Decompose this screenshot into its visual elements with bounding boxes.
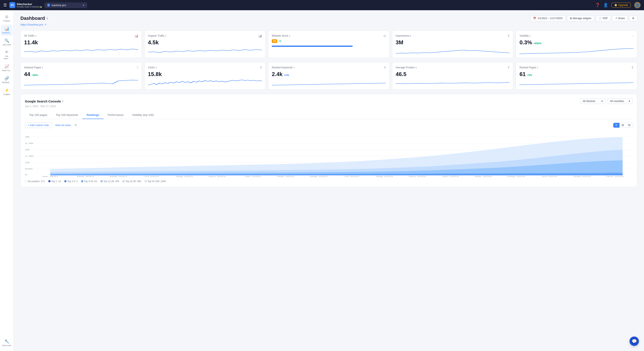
- upgrade-button[interactable]: ⭐ Upgrade: [612, 2, 631, 8]
- metric-impressions: Impressions ℹ ⊽ 3M: [392, 30, 514, 58]
- legend-label-top-1: Top 1: 14: [51, 180, 61, 182]
- all-devices-dropdown[interactable]: All Devices ▾: [580, 98, 606, 104]
- dashboard-icon: 📊: [4, 26, 9, 31]
- metric-value-ranked-keywords: 2.4k +1%: [272, 71, 386, 78]
- sidebar-item-backlink[interactable]: 🔗 Backlink ...: [1, 74, 13, 86]
- upgrade-label: Upgrade: [618, 4, 628, 6]
- metric-label-visibility: Visibility ℹ: [520, 34, 530, 37]
- metric-label-indexed-pages: Indexed Pages ℹ: [24, 66, 43, 69]
- user-avatar[interactable]: 👤: [634, 2, 640, 8]
- filter-icon-impressions: ⊽: [508, 34, 510, 38]
- legend-dot-top-31-50: [122, 180, 124, 182]
- calendar-icon: 📅: [533, 17, 536, 20]
- metric-value-website-score: 71 +1: [272, 39, 386, 43]
- ranked-keywords-change: +1%: [284, 74, 289, 77]
- share-button[interactable]: ↗ Share: [612, 15, 628, 21]
- gsc-section: Google Search Console ℹ All Devices ▾ Al…: [20, 94, 637, 187]
- dropdown-arrow-countries-icon: ▾: [629, 100, 630, 103]
- top-navigation: ☰ SC Sitechecker Proudly made in Ukraine…: [0, 0, 644, 10]
- period-day-button[interactable]: D: [613, 123, 620, 128]
- all-countries-dropdown[interactable]: All countries ▾: [607, 98, 633, 104]
- metric-label-ranked-keywords: Ranked Keywords ℹ: [272, 66, 294, 69]
- gsc-date-range: Jan 1, 2021 - Nov 17, 2023: [25, 105, 633, 108]
- sidebar-item-insights[interactable]: ⚡ Insights: [1, 86, 13, 97]
- metrics-grid-row1: All Traffic ℹ 📊 11.4k Organic Traf: [20, 30, 637, 58]
- site-link[interactable]: https://ivanhoe.pro ↗: [20, 23, 637, 26]
- page-info-icon[interactable]: ℹ: [47, 16, 48, 20]
- sidebar-item-site-moni[interactable]: 👁 Site Moni...: [1, 48, 13, 62]
- page-title: Dashboard: [20, 16, 45, 21]
- metric-label-clicks: Clicks ℹ: [148, 66, 156, 69]
- sidebar-item-projects[interactable]: ⊞ Projects: [1, 13, 13, 24]
- add-custom-note-button[interactable]: + Add custom note: [25, 122, 52, 128]
- sidebar-item-extra-tools[interactable]: 🔧 Extra tools: [1, 337, 13, 348]
- header-controls: 📅 1/1/2021 - 11/17/2023 ⊞ Manage widgets…: [530, 15, 637, 21]
- period-week-button[interactable]: W: [620, 123, 626, 128]
- metric-label-average-position: Average Position ℹ: [396, 66, 417, 69]
- add-user-icon[interactable]: 👤: [603, 3, 608, 8]
- site-selector-icon: i: [47, 4, 50, 6]
- settings-button[interactable]: ⚙: [629, 15, 637, 21]
- sidebar-item-site-audit[interactable]: 🔍 Site Audit: [1, 37, 13, 48]
- info-icon-visibility[interactable]: ℹ: [530, 34, 530, 37]
- gsc-info-icon[interactable]: ℹ: [62, 100, 63, 103]
- legend-dot-top-51-100: [144, 180, 147, 182]
- svg-text:Nov 2021: Nov 2021: [209, 176, 226, 178]
- rankings-chart: 3k 2.5k 2k 1.5k 1k 500 0: [25, 130, 633, 178]
- dropdown-arrow-devices-icon: ▾: [602, 100, 603, 103]
- website-score-change: +1: [278, 40, 282, 42]
- menu-icon[interactable]: ☰: [4, 3, 7, 8]
- metric-value-ranked-pages: 61 +5%: [520, 71, 634, 78]
- info-icon-indexed-pages[interactable]: ℹ: [42, 66, 43, 69]
- tab-top-100-keywords[interactable]: Top 100 keywords: [52, 111, 82, 119]
- svg-text:Jul 2022: Jul 2022: [344, 176, 359, 178]
- svg-text:Mar 2021: Mar 2021: [77, 176, 94, 178]
- date-range-button[interactable]: 📅 1/1/2021 - 11/17/2023: [530, 15, 565, 21]
- add-note-label: + Add custom note: [28, 124, 49, 127]
- help-icon[interactable]: ❓: [595, 3, 600, 8]
- brand-name: Sitechecker: [16, 2, 42, 6]
- info-icon-clicks[interactable]: ℹ: [156, 66, 156, 69]
- info-icon-impressions[interactable]: ℹ: [410, 34, 411, 37]
- toggle-visibility-button[interactable]: 👁: [74, 124, 77, 127]
- info-icon-all-traffic[interactable]: ℹ: [35, 34, 36, 37]
- legend-label-top-51-100: Top 51-100: 1049: [148, 180, 166, 182]
- metric-indexed-pages: Indexed Pages ℹ ⤴ 44 +26%: [20, 62, 142, 90]
- tab-rankings[interactable]: Rankings: [82, 111, 104, 119]
- manage-widgets-label: Manage widgets: [573, 17, 592, 20]
- chat-widget-button[interactable]: 💬: [630, 336, 639, 346]
- info-icon-organic-traffic[interactable]: ℹ: [165, 34, 166, 37]
- metric-label-all-traffic: All Traffic ℹ: [24, 34, 36, 37]
- svg-text:0: 0: [25, 174, 28, 176]
- info-icon-website-score[interactable]: ℹ: [289, 34, 290, 37]
- svg-text:Sep 2022: Sep 2022: [376, 176, 393, 178]
- main-content: Dashboard ℹ 📅 1/1/2021 - 11/17/2023 ⊞ Ma…: [14, 10, 644, 351]
- svg-text:1k: 1k: [25, 162, 30, 164]
- share-label: Share: [618, 17, 625, 20]
- view-all-notes-button[interactable]: View all notes: [54, 123, 72, 128]
- sidebar-item-rank-tra[interactable]: 📈 Rank Tra...: [1, 62, 13, 74]
- info-icon-average-position[interactable]: ℹ: [416, 66, 416, 69]
- tab-performance[interactable]: Performance: [104, 111, 128, 119]
- extra-tools-icon: 🔧: [4, 339, 9, 344]
- metric-clicks: Clicks ℹ ⊽ 15.8k: [144, 62, 266, 90]
- rankings-chart-area: 3k 2.5k 2k 1.5k 1k 500 0: [25, 130, 633, 182]
- tab-top-100-pages[interactable]: Top 100 pages: [25, 111, 52, 119]
- tab-visibility-top-100[interactable]: Visibility (top 100): [128, 111, 158, 119]
- site-selector[interactable]: i ivanhoe.pro ▾: [44, 2, 87, 8]
- sidebar-item-dashboard[interactable]: 📊 Dashboa...: [1, 25, 13, 36]
- chart-indexed-pages: [24, 79, 138, 86]
- legend-dot-top-4-10: [81, 180, 83, 182]
- legend-dot-top-1: [48, 180, 50, 182]
- period-month-button[interactable]: M: [626, 123, 632, 128]
- legend-label-top-4-10: Top 4-10: 62: [84, 180, 97, 182]
- legend-dot-top-11-30: [100, 180, 103, 182]
- metric-organic-traffic: Organic Traffic ℹ 📊 4.5k: [144, 30, 266, 58]
- upgrade-star-icon: ⭐: [614, 4, 618, 6]
- info-icon-ranked-pages[interactable]: ℹ: [537, 66, 538, 69]
- site-moni-icon: 👁: [5, 50, 9, 54]
- info-icon-ranked-keywords[interactable]: ℹ: [294, 66, 294, 69]
- manage-widgets-button[interactable]: ⊞ Manage widgets: [567, 15, 594, 21]
- metric-label-ranked-pages: Ranked Pages ℹ: [520, 66, 538, 69]
- pdf-button[interactable]: 📄 PDF: [596, 15, 610, 21]
